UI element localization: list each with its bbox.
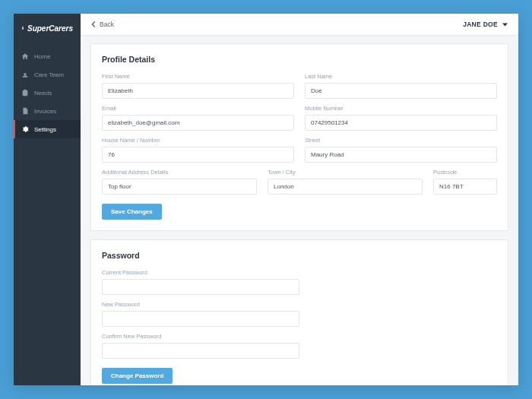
nav-invoices[interactable]: Invoices: [14, 102, 81, 120]
back-label: Back: [100, 21, 114, 28]
house-input[interactable]: [102, 147, 294, 163]
house-field: House Name / Number: [102, 137, 294, 163]
brand-text: SuperCarers: [27, 24, 73, 33]
street-input[interactable]: [305, 147, 497, 163]
profile-card: Profile Details First Name Last Name Ema…: [90, 43, 508, 231]
current-pw-input[interactable]: [102, 279, 299, 295]
email-label: Email: [102, 105, 294, 112]
current-pw-label: Current Password: [102, 269, 299, 276]
first-name-label: First Name: [102, 73, 294, 80]
save-button[interactable]: Save Changes: [102, 204, 162, 220]
first-name-field: First Name: [102, 73, 294, 99]
mobile-input[interactable]: [305, 115, 497, 131]
last-name-label: Last Name: [305, 73, 497, 80]
profile-title: Profile Details: [102, 55, 497, 64]
nav-label: Invoices: [34, 108, 56, 115]
nav-label: Home: [34, 53, 50, 60]
password-card: Password Current Password New Password C…: [90, 239, 508, 385]
home-icon: [21, 52, 29, 60]
confirm-pw-label: Confirm New Password: [102, 333, 299, 340]
users-icon: [21, 71, 29, 78]
addl-field: Additional Address Details: [102, 169, 257, 195]
logo-icon: [21, 23, 24, 33]
back-button[interactable]: Back: [91, 21, 114, 28]
change-password-button[interactable]: Change Password: [102, 368, 173, 384]
nav-home[interactable]: Home: [14, 47, 81, 65]
nav-care-team[interactable]: Care Team: [14, 65, 81, 84]
street-field: Street: [305, 137, 497, 163]
house-label: House Name / Number: [102, 137, 294, 144]
password-title: Password: [102, 251, 497, 260]
town-input[interactable]: [268, 179, 423, 195]
user-menu[interactable]: JANE DOE: [463, 21, 508, 28]
nav-label: Care Team: [34, 71, 64, 78]
content: Profile Details First Name Last Name Ema…: [81, 36, 518, 385]
confirm-pw-field: Confirm New Password: [102, 333, 299, 359]
addl-input[interactable]: [102, 179, 257, 195]
mobile-label: Mobile Number: [305, 105, 497, 112]
first-name-input[interactable]: [102, 83, 294, 99]
topbar: Back JANE DOE: [81, 14, 518, 36]
email-input[interactable]: [102, 115, 294, 131]
main: Back JANE DOE Profile Details First Name…: [81, 14, 518, 385]
town-field: Town / City: [268, 169, 423, 195]
nav-settings[interactable]: Settings: [14, 120, 81, 138]
nav-label: Settings: [34, 126, 56, 133]
new-pw-label: New Password: [102, 301, 299, 308]
caret-down-icon: [502, 23, 508, 27]
document-icon: [21, 107, 29, 115]
logo: SuperCarers: [14, 14, 81, 43]
nav: Home Care Team Needs Invoices Settings: [14, 47, 81, 138]
chevron-left-icon: [91, 21, 96, 27]
postcode-field: Postcode: [433, 169, 497, 195]
app-window: SuperCarers Home Care Team Needs Invoice…: [14, 14, 518, 385]
postcode-label: Postcode: [433, 169, 497, 176]
mobile-field: Mobile Number: [305, 105, 497, 131]
current-pw-field: Current Password: [102, 269, 299, 295]
nav-label: Needs: [34, 90, 52, 97]
email-field: Email: [102, 105, 294, 131]
postcode-input[interactable]: [433, 179, 497, 195]
nav-needs[interactable]: Needs: [14, 84, 81, 102]
street-label: Street: [305, 137, 497, 144]
last-name-field: Last Name: [305, 73, 497, 99]
addl-label: Additional Address Details: [102, 169, 257, 176]
gear-icon: [21, 125, 29, 133]
town-label: Town / City: [268, 169, 423, 176]
user-name: JANE DOE: [463, 21, 498, 28]
clipboard-icon: [21, 89, 29, 97]
confirm-pw-input[interactable]: [102, 343, 299, 359]
new-pw-field: New Password: [102, 301, 299, 327]
new-pw-input[interactable]: [102, 311, 299, 327]
sidebar: SuperCarers Home Care Team Needs Invoice…: [14, 14, 81, 385]
last-name-input[interactable]: [305, 83, 497, 99]
